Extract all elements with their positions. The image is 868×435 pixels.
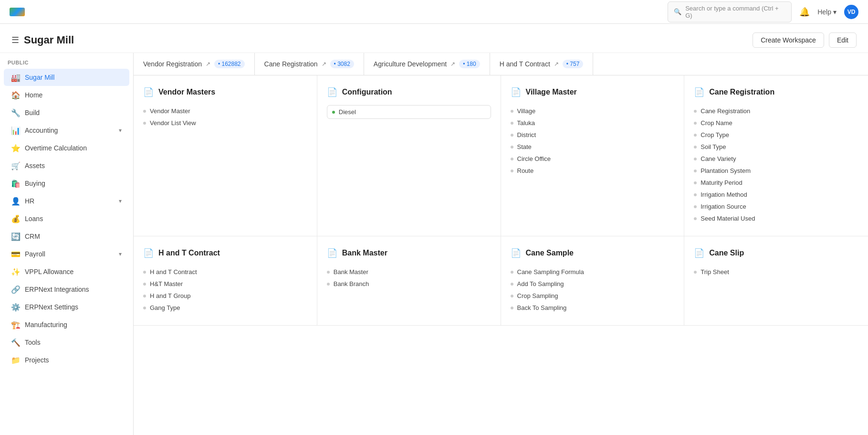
sidebar-label-projects: Projects: [25, 356, 122, 364]
section-icon-configuration: 📄: [327, 87, 337, 97]
tab-name-h-and-t-contract: H and T Contract: [500, 60, 550, 68]
sidebar-item-assets[interactable]: 🛒 Assets: [4, 157, 129, 174]
chevron-icon-payroll: ▾: [119, 251, 122, 257]
section-item-label: Taluka: [517, 119, 535, 127]
hamburger-icon[interactable]: ☰: [11, 35, 19, 45]
bullet-icon: [694, 170, 697, 172]
section-icon-cane-sample: 📄: [511, 248, 521, 258]
section-title-vendor-masters: Vendor Masters: [158, 88, 215, 96]
sidebar-icon-sugar-mill: 🏭: [11, 73, 20, 82]
section-items-vendor-masters: Vendor Master Vendor List View: [143, 105, 307, 129]
section-item-village-master-5[interactable]: Route: [511, 165, 675, 177]
workspace-tab-h-and-t-contract[interactable]: H and T Contract ↗ • 757: [490, 53, 594, 75]
section-item-cane-registration-6[interactable]: Maturity Period: [694, 177, 858, 189]
section-item-cane-registration-1[interactable]: Crop Name: [694, 117, 858, 129]
create-workspace-button[interactable]: Create Workspace: [753, 32, 824, 48]
section-item-cane-registration-8[interactable]: Irrigation Source: [694, 201, 858, 212]
section-header-vendor-masters: 📄 Vendor Masters: [143, 87, 307, 97]
section-item-village-master-3[interactable]: State: [511, 141, 675, 153]
section-item-configuration-0[interactable]: Diesel: [327, 105, 491, 119]
sidebar-item-loans[interactable]: 💰 Loans: [4, 210, 129, 227]
workspace-section-bank-master: 📄 Bank Master Bank Master Bank Branch: [317, 236, 501, 326]
section-item-h-and-t-contract-section-2[interactable]: H and T Group: [143, 290, 307, 302]
section-item-cane-registration-0[interactable]: Cane Registration: [694, 105, 858, 117]
edit-button[interactable]: Edit: [829, 32, 857, 48]
workspace-tab-cane-registration[interactable]: Cane Registration ↗ • 3082: [255, 53, 364, 75]
section-item-cane-slip-0[interactable]: Trip Sheet: [694, 266, 858, 278]
section-item-cane-registration-9[interactable]: Seed Material Used: [694, 212, 858, 224]
sidebar-item-erpnext-integrations[interactable]: 🔗 ERPNext Integrations: [4, 281, 129, 298]
bullet-icon: [511, 271, 513, 274]
sidebar-item-build[interactable]: 🔧 Build: [4, 104, 129, 121]
notification-bell-icon[interactable]: 🔔: [799, 7, 810, 17]
section-item-cane-registration-5[interactable]: Plantation System: [694, 165, 858, 177]
sidebar-item-buying[interactable]: 🛍️ Buying: [4, 175, 129, 192]
bullet-icon: [511, 110, 513, 113]
tab-link-icon-agriculture-development: ↗: [450, 61, 455, 67]
section-item-label: H&T Master: [150, 280, 183, 287]
bullet-icon: [694, 271, 697, 274]
section-item-village-master-1[interactable]: Taluka: [511, 117, 675, 129]
sidebar-item-vppl[interactable]: ✨ VPPL Allowance: [4, 263, 129, 280]
section-item-label: Crop Name: [701, 119, 732, 127]
section-item-bank-master-1[interactable]: Bank Branch: [327, 278, 491, 290]
section-item-cane-sample-1[interactable]: Add To Sampling: [511, 278, 675, 290]
tab-name-cane-registration: Cane Registration: [264, 60, 318, 68]
bullet-icon: [511, 122, 513, 125]
sidebar-icon-home: 🏠: [11, 91, 20, 99]
sidebar-icon-overtime: ⭐: [11, 144, 20, 152]
search-bar[interactable]: 🔍 Search or type a command (Ctrl + G): [668, 1, 792, 22]
workspace-tab-agriculture-development[interactable]: Agriculture Development ↗ • 180: [364, 53, 490, 75]
sidebar-item-manufacturing[interactable]: 🏗️ Manufacturing: [4, 316, 129, 333]
section-header-cane-slip: 📄 Cane Slip: [694, 248, 858, 258]
help-button[interactable]: Help ▾: [817, 8, 837, 16]
help-label: Help: [817, 8, 831, 16]
section-item-label: Cane Registration: [701, 107, 750, 115]
sidebar-item-tools[interactable]: 🔨 Tools: [4, 334, 129, 351]
section-item-h-and-t-contract-section-3[interactable]: Gang Type: [143, 302, 307, 314]
section-icon-h-and-t-contract-section: 📄: [143, 248, 154, 258]
section-item-cane-sample-2[interactable]: Crop Sampling: [511, 290, 675, 302]
sidebar-label-erpnext-integrations: ERPNext Integrations: [25, 286, 122, 293]
logo-icon: [10, 8, 25, 16]
sidebar-item-sugar-mill[interactable]: 🏭 Sugar Mill: [4, 69, 129, 86]
section-item-bank-master-0[interactable]: Bank Master: [327, 266, 491, 278]
sidebar-label-vppl: VPPL Allowance: [25, 268, 122, 276]
section-item-h-and-t-contract-section-1[interactable]: H&T Master: [143, 278, 307, 290]
sidebar-item-overtime[interactable]: ⭐ Overtime Calculation: [4, 139, 129, 157]
section-item-cane-sample-3[interactable]: Back To Sampling: [511, 302, 675, 314]
section-item-cane-registration-7[interactable]: Irrigation Method: [694, 189, 858, 201]
section-item-vendor-masters-1[interactable]: Vendor List View: [143, 117, 307, 129]
bullet-icon: [511, 158, 513, 160]
tab-link-icon-vendor-registration: ↗: [206, 61, 210, 67]
section-item-cane-sample-0[interactable]: Cane Sampling Formula: [511, 266, 675, 278]
sidebar-item-erpnext-settings[interactable]: ⚙️ ERPNext Settings: [4, 298, 129, 316]
section-item-village-master-0[interactable]: Village: [511, 105, 675, 117]
section-icon-vendor-masters: 📄: [143, 87, 154, 97]
help-chevron-icon: ▾: [833, 8, 837, 16]
section-item-village-master-2[interactable]: District: [511, 129, 675, 141]
sidebar-item-crm[interactable]: 🔄 CRM: [4, 228, 129, 245]
section-icon-cane-slip: 📄: [694, 248, 704, 258]
sidebar-item-projects[interactable]: 📁 Projects: [4, 351, 129, 369]
sidebar-item-home[interactable]: 🏠 Home: [4, 86, 129, 104]
bullet-icon: [327, 283, 330, 286]
avatar[interactable]: VD: [844, 5, 858, 19]
section-item-cane-registration-3[interactable]: Soil Type: [694, 141, 858, 153]
section-item-vendor-masters-0[interactable]: Vendor Master: [143, 105, 307, 117]
bullet-icon: [694, 205, 697, 208]
section-item-h-and-t-contract-section-0[interactable]: H and T Contract: [143, 266, 307, 278]
sidebar-item-payroll[interactable]: 💳 Payroll ▾: [4, 245, 129, 263]
section-header-configuration: 📄 Configuration: [327, 87, 491, 97]
sidebar-item-accounting[interactable]: 📊 Accounting ▾: [4, 122, 129, 139]
section-item-village-master-4[interactable]: Circle Office: [511, 153, 675, 165]
section-icon-village-master: 📄: [511, 87, 521, 97]
search-icon: 🔍: [674, 8, 681, 15]
sidebar-item-hr[interactable]: 👤 HR ▾: [4, 192, 129, 210]
workspace-tab-vendor-registration[interactable]: Vendor Registration ↗ • 162882: [134, 53, 255, 75]
sidebar: PUBLIC 🏭 Sugar Mill 🏠 Home 🔧 Build 📊 Acc…: [0, 53, 134, 435]
section-item-cane-registration-4[interactable]: Cane Variety: [694, 153, 858, 165]
bullet-icon: [694, 181, 697, 184]
bullet-icon: [511, 283, 513, 286]
section-item-cane-registration-2[interactable]: Crop Type: [694, 129, 858, 141]
